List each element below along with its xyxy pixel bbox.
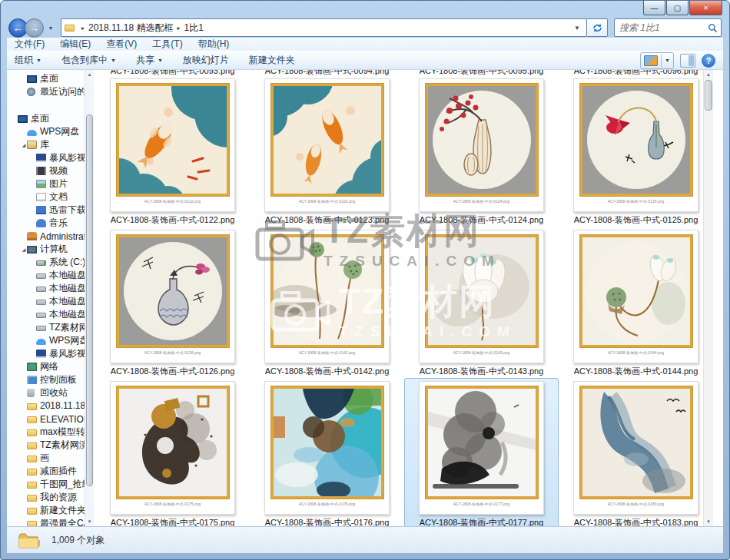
sidebar-item-22[interactable]: 控制面板	[7, 373, 94, 386]
toolbar-button-0[interactable]: 组织▼	[15, 54, 41, 67]
sidebar-item-15[interactable]: 本地磁盘 (	[7, 282, 94, 295]
sidebar-item-19[interactable]: WPS网盘	[7, 334, 94, 347]
sidebar-scrollbar[interactable]: ▲ ▼	[85, 70, 94, 526]
views-dropdown-icon[interactable]: ▼	[662, 58, 673, 63]
sidebar-item-31[interactable]: 我的资源	[7, 491, 94, 504]
thumbnail-card[interactable]: ACY-1808-装饰画-中式-0144.png	[573, 230, 698, 363]
filename-label[interactable]: ACY-1808-装饰画-中式-0143.png	[420, 366, 544, 377]
filename-label[interactable]: ACY-1808-装饰画-中式-0177.png	[420, 517, 544, 526]
file-tile[interactable]: ACY-1808-装饰画-中式-0122.png ACY-1808-装饰画-中式…	[95, 75, 250, 227]
toolbar-button-1[interactable]: 包含到库中▼	[61, 54, 116, 67]
sidebar-item-16[interactable]: 本地磁盘 (	[7, 295, 94, 308]
sidebar-item-26[interactable]: max模型转S	[7, 426, 94, 439]
sidebar-item-21[interactable]: 网络	[7, 360, 94, 373]
scroll-down-icon[interactable]: ▼	[85, 517, 94, 526]
preview-pane-button[interactable]	[680, 54, 695, 68]
thumbnail-card[interactable]: ACY-1808-装饰画-中式-0177.png	[419, 381, 544, 515]
maximize-button[interactable]: ▢	[666, 1, 689, 15]
sidebar-item-13[interactable]: 系统 (C:)	[7, 256, 94, 269]
scroll-up-icon[interactable]: ▲	[704, 70, 713, 79]
expanded-arrow-icon[interactable]: ◢	[21, 247, 27, 252]
thumbnail-card[interactable]: ACY-1808-装饰画-中式-0122.png	[110, 78, 235, 212]
sidebar-item-33[interactable]: 最强最全CAD	[7, 517, 94, 526]
change-view-button[interactable]: ▼	[640, 52, 674, 69]
sidebar-item-9[interactable]: 迅雷下载	[7, 204, 94, 217]
toolbar-button-4[interactable]: 新建文件夹	[249, 54, 295, 67]
history-dropdown-icon[interactable]: ▼	[45, 21, 56, 35]
filename-label[interactable]: ACY-1808-装饰画-中式-0176.png	[265, 517, 390, 526]
expanded-arrow-icon[interactable]: ◢	[21, 142, 27, 147]
thumbnail-card[interactable]: ACY-1808-装饰画-中式-0124.png	[419, 78, 544, 212]
help-button[interactable]: ?	[702, 54, 715, 68]
thumbnail-card[interactable]: ACY-1808-装饰画-中式-0175.png	[110, 381, 235, 515]
file-tile[interactable]: ACY-1808-装饰画-中式-0177.png ACY-1808-装饰画-中式…	[404, 378, 559, 526]
sidebar-item-4[interactable]: ◢库	[7, 138, 94, 151]
sidebar-item-25[interactable]: ELEVATION	[7, 413, 94, 426]
file-tile[interactable]: ACY-1808-装饰画-中式-0126.png ACY-1808-装饰画-中式…	[95, 227, 250, 378]
thumbnail-card[interactable]: ACY-1808-装饰画-中式-0142.png	[264, 230, 390, 363]
close-button[interactable]: ×	[689, 1, 722, 15]
thumbnail-card[interactable]: ACY-1808-装饰画-中式-0126.png	[110, 230, 235, 363]
sidebar-item-27[interactable]: TZ素材网演示	[7, 439, 94, 452]
clipped-filename-label[interactable]: ACY-1808-装饰画-中式-0096.png	[559, 70, 713, 75]
sidebar-item-18[interactable]: TZ素材网 (	[7, 321, 94, 334]
sidebar-item-23[interactable]: 回收站	[7, 386, 94, 399]
thumbnail-card[interactable]: ACY-1808-装饰画-中式-0176.png	[264, 381, 390, 515]
filename-label[interactable]: ACY-1808-装饰画-中式-0175.png	[111, 517, 235, 526]
clipped-filename-label[interactable]: ACY-1808-装饰画-中式-0093.png	[95, 70, 250, 75]
sidebar-item-1[interactable]: 最近访问的位置	[7, 85, 94, 98]
sidebar-item-11[interactable]: Administrator	[7, 230, 94, 243]
file-tile[interactable]: ACY-1808-装饰画-中式-0183.png ACY-1808-装饰画-中式…	[559, 378, 713, 526]
filename-label[interactable]: ACY-1808-装饰画-中式-0124.png	[420, 214, 544, 226]
address-bar[interactable]: ▸ 2018.11.18 精选配框 ▸ 1比1 ▼	[61, 18, 587, 37]
filename-label[interactable]: ACY-1808-装饰画-中式-0122.png	[111, 214, 235, 226]
sidebar-item-5[interactable]: 暴风影视库	[7, 151, 94, 164]
thumbnail-card[interactable]: ACY-1808-装饰画-中式-0143.png	[419, 230, 544, 363]
file-tile[interactable]: ACY-1808-装饰画-中式-0176.png ACY-1808-装饰画-中式…	[250, 378, 404, 526]
forward-button[interactable]: →	[25, 18, 44, 38]
thumbnail-card[interactable]: ACY-1808-装饰画-中式-0125.png	[573, 78, 698, 212]
sidebar-item-28[interactable]: 画	[7, 452, 94, 465]
sidebar-item-32[interactable]: 新建文件夹	[7, 504, 94, 517]
sidebar-item-0[interactable]: 桌面	[7, 72, 94, 85]
file-tile[interactable]: ACY-1808-装饰画-中式-0125.png ACY-1808-装饰画-中式…	[559, 75, 713, 227]
content-scrollbar[interactable]: ▲ ▼	[703, 70, 713, 526]
toolbar-button-2[interactable]: 共享▼	[136, 54, 163, 67]
thumbnail-card[interactable]: ACY-1808-装饰画-中式-0183.png	[573, 381, 698, 515]
sidebar-item-17[interactable]: 本地磁盘 (	[7, 308, 94, 321]
sidebar-item-3[interactable]: WPS网盘	[7, 125, 94, 138]
minimize-button[interactable]: —	[643, 1, 665, 15]
filename-label[interactable]: ACY-1808-装饰画-中式-0142.png	[265, 366, 390, 377]
filename-label[interactable]: ACY-1808-装饰画-中式-0125.png	[574, 214, 698, 226]
toolbar-button-3[interactable]: 放映幻灯片	[183, 54, 229, 67]
sidebar-item-24[interactable]: 2018.11.18 精选配框	[7, 399, 94, 413]
sidebar-item-6[interactable]: 视频	[7, 164, 94, 177]
search-icon[interactable]	[708, 23, 718, 33]
breadcrumb-segment[interactable]: 2018.11.18 精选配框	[88, 22, 174, 35]
sidebar-item-10[interactable]: 音乐	[7, 217, 94, 230]
scroll-up-icon[interactable]: ▲	[85, 70, 94, 79]
file-tile[interactable]: ACY-1808-装饰画-中式-0123.png ACY-1808-装饰画-中式…	[250, 75, 404, 227]
scroll-down-icon[interactable]: ▼	[704, 517, 713, 526]
menu-item-3[interactable]: 工具(T)	[152, 38, 182, 51]
sidebar-item-7[interactable]: 图片	[7, 177, 94, 191]
sidebar-item-20[interactable]: 暴风影视库	[7, 347, 94, 360]
sidebar-item-2[interactable]: 桌面	[7, 112, 94, 125]
sidebar-item-12[interactable]: ◢计算机	[7, 243, 94, 256]
file-tile[interactable]: ACY-1808-装饰画-中式-0143.png ACY-1808-装饰画-中式…	[404, 227, 559, 378]
refresh-button[interactable]	[587, 18, 608, 37]
clipped-filename-label[interactable]: ACY-1808-装饰画-中式-0094.png	[250, 70, 404, 75]
content-scrollbar-thumb[interactable]	[705, 80, 712, 111]
address-dropdown-icon[interactable]: ▼	[571, 25, 583, 31]
menu-item-0[interactable]: 文件(F)	[15, 38, 45, 51]
file-tile[interactable]: ACY-1808-装饰画-中式-0144.png ACY-1808-装饰画-中式…	[559, 227, 713, 378]
sidebar-item-30[interactable]: 千图网_抢红	[7, 478, 94, 491]
file-tile[interactable]: ACY-1808-装饰画-中式-0142.png ACY-1808-装饰画-中式…	[250, 227, 404, 378]
breadcrumb-segment[interactable]: 1比1	[184, 22, 204, 35]
filename-label[interactable]: ACY-1808-装饰画-中式-0126.png	[111, 366, 235, 377]
file-tile[interactable]: ACY-1808-装饰画-中式-0175.png ACY-1808-装饰画-中式…	[95, 378, 250, 526]
menu-item-1[interactable]: 编辑(E)	[60, 38, 91, 51]
filename-label[interactable]: ACY-1808-装饰画-中式-0144.png	[574, 366, 698, 377]
file-tile[interactable]: ACY-1808-装饰画-中式-0124.png ACY-1808-装饰画-中式…	[404, 75, 559, 227]
menu-item-4[interactable]: 帮助(H)	[198, 38, 230, 51]
